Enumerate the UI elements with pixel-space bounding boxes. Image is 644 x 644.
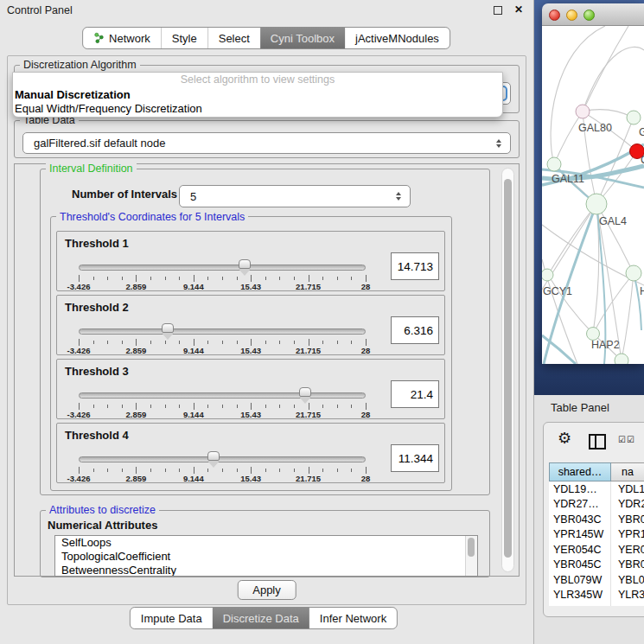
slider-tick bbox=[322, 405, 323, 408]
table-cell-shared-name[interactable]: YBR043C bbox=[549, 512, 611, 527]
tab-infer-network[interactable]: Infer Network bbox=[309, 608, 397, 628]
table-cell-shared-name[interactable]: YER054C bbox=[549, 542, 611, 558]
threshold-value-field[interactable]: 6.316 bbox=[391, 316, 439, 344]
threshold-slider[interactable] bbox=[79, 451, 366, 469]
tab-style[interactable]: Style bbox=[161, 28, 207, 48]
table-cell-shared-name[interactable]: YPR145W bbox=[549, 527, 611, 543]
table-row[interactable]: YPR145WYPR1 bbox=[549, 527, 644, 543]
slider-tick bbox=[150, 341, 151, 344]
slider-tick bbox=[222, 341, 223, 344]
table-cell-name[interactable]: YDR2 bbox=[611, 497, 644, 513]
slider-tick bbox=[251, 467, 252, 474]
numerical-attribute-item[interactable]: TopologicalCoefficient bbox=[55, 550, 477, 564]
zoom-window-icon[interactable] bbox=[583, 10, 595, 21]
table-row[interactable]: YLR345WYLR3 bbox=[549, 588, 644, 603]
close-window-icon[interactable] bbox=[549, 10, 560, 21]
table-cell-name[interactable]: YPR1 bbox=[611, 527, 644, 543]
table-row[interactable]: YBR045CYBR0 bbox=[549, 558, 644, 573]
table-row[interactable]: YIL052CYIL0 bbox=[549, 603, 644, 606]
threshold-value-field[interactable]: 21.4 bbox=[391, 380, 439, 408]
table-row[interactable]: YDL19…YDL1 bbox=[549, 481, 644, 497]
slider-track[interactable] bbox=[79, 265, 366, 271]
slider-tick-labels: -3.4262.8599.14415.4321.71528 bbox=[79, 474, 366, 482]
column-header-name[interactable]: na bbox=[611, 462, 644, 481]
table-cell-name[interactable]: YER0 bbox=[611, 542, 644, 558]
table-cell-name[interactable]: YBL0 bbox=[611, 572, 644, 588]
network-node[interactable] bbox=[626, 265, 641, 281]
slider-tick bbox=[136, 275, 137, 282]
dropdown-prompt-item[interactable]: Select algorithm to view settings bbox=[13, 73, 502, 88]
close-panel-icon[interactable]: ✕ bbox=[514, 3, 523, 16]
network-node[interactable] bbox=[576, 105, 590, 118]
scrollbar-thumb[interactable] bbox=[504, 179, 512, 558]
threshold-value-field[interactable]: 14.713 bbox=[391, 252, 439, 280]
slider-tick bbox=[265, 341, 266, 344]
slider-track[interactable] bbox=[79, 392, 366, 399]
numerical-attributes-list[interactable]: SelfLoopsTopologicalCoefficientBetweenne… bbox=[54, 535, 478, 577]
table-data-dropdown[interactable]: galFiltered.sif default node bbox=[22, 132, 511, 154]
table-cell-shared-name[interactable]: YLR345W bbox=[549, 588, 611, 603]
table-cell-name[interactable]: YLR3 bbox=[611, 588, 644, 603]
float-window-icon[interactable] bbox=[494, 6, 502, 15]
table-cell-name[interactable]: YBR0 bbox=[611, 512, 644, 527]
table-cell-shared-name[interactable]: YBL079W bbox=[549, 572, 611, 588]
tab-jactivemnodules[interactable]: jActiveMNodules bbox=[345, 28, 450, 48]
slider-tick bbox=[337, 405, 338, 408]
threshold-panel: Threshold 1 -3.4262.8599.14415.4321.7152… bbox=[56, 231, 445, 291]
threshold-slider[interactable] bbox=[79, 259, 366, 277]
network-node[interactable] bbox=[615, 354, 628, 364]
dropdown-option-equal-width-frequency[interactable]: Equal Width/Frequency Discretization bbox=[13, 102, 502, 116]
apply-button[interactable]: Apply bbox=[237, 580, 296, 600]
slider-thumb[interactable] bbox=[239, 259, 251, 269]
table-cell-shared-name[interactable]: YDR27… bbox=[549, 497, 611, 513]
number-of-intervals-dropdown[interactable]: 5 bbox=[179, 185, 411, 207]
network-node[interactable] bbox=[542, 269, 553, 281]
table-row[interactable]: YDR27…YDR2 bbox=[549, 497, 644, 513]
table-data-value: galFiltered.sif default node bbox=[34, 137, 165, 150]
table-row[interactable]: YBL079WYBL0 bbox=[549, 572, 644, 588]
tab-discretize-data[interactable]: Discretize Data bbox=[213, 608, 309, 628]
dropdown-option-manual-discretization[interactable]: Manual Discretization bbox=[13, 88, 502, 102]
slider-tick bbox=[309, 403, 309, 410]
minimize-window-icon[interactable] bbox=[566, 10, 577, 21]
panel-scrollbar[interactable] bbox=[501, 168, 514, 572]
table-cell-shared-name[interactable]: YDL19… bbox=[549, 481, 611, 497]
slider-tick bbox=[337, 469, 338, 472]
table-cell-name[interactable]: YIL0 bbox=[611, 603, 644, 606]
network-node[interactable] bbox=[627, 111, 641, 124]
slider-track[interactable] bbox=[79, 456, 366, 462]
table-row[interactable]: YER054CYER0 bbox=[549, 542, 644, 558]
threshold-slider[interactable] bbox=[79, 387, 366, 405]
table-cell-name[interactable]: YBR0 bbox=[611, 558, 644, 573]
table-header-row: shared… na bbox=[549, 462, 644, 481]
slider-track[interactable] bbox=[79, 328, 366, 335]
network-node[interactable] bbox=[547, 157, 561, 171]
gear-icon[interactable]: ⚙ bbox=[558, 429, 571, 448]
split-columns-icon[interactable] bbox=[589, 434, 606, 450]
network-canvas[interactable]: GAL80GACGAL11GAL4GCY1HHAP2 bbox=[542, 26, 644, 364]
tab-select[interactable]: Select bbox=[207, 28, 260, 48]
column-header-shared-name[interactable]: shared… bbox=[549, 462, 611, 481]
slider-thumb[interactable] bbox=[162, 323, 174, 333]
tab-impute-data[interactable]: Impute Data bbox=[131, 608, 213, 628]
tab-cyni-toolbox[interactable]: Cyni Toolbox bbox=[260, 28, 345, 48]
slider-tick bbox=[165, 469, 166, 472]
slider-tick bbox=[351, 405, 352, 408]
select-columns-icon[interactable]: ☑☑ bbox=[618, 435, 635, 444]
table-cell-shared-name[interactable]: YIL052C bbox=[549, 603, 611, 606]
table-row[interactable]: YBR043CYBR0 bbox=[549, 512, 644, 527]
tab-network[interactable]: Network bbox=[83, 28, 161, 48]
network-node[interactable] bbox=[586, 194, 607, 214]
slider-thumb[interactable] bbox=[207, 451, 220, 461]
scrollbar-thumb[interactable] bbox=[468, 538, 475, 557]
table-cell-name[interactable]: YDL1 bbox=[611, 481, 644, 497]
threshold-value-field[interactable]: 11.344 bbox=[391, 444, 439, 472]
threshold-slider[interactable] bbox=[79, 323, 366, 341]
slider-tick bbox=[207, 341, 208, 344]
slider-thumb[interactable] bbox=[299, 387, 311, 397]
table-data-group: Table Data galFiltered.sif default node bbox=[14, 120, 520, 158]
numerical-attribute-item[interactable]: BetweennessCentrality bbox=[55, 564, 477, 577]
table-cell-shared-name[interactable]: YBR045C bbox=[549, 558, 611, 573]
numerical-attribute-item[interactable]: SelfLoops bbox=[55, 536, 477, 550]
list-scrollbar[interactable] bbox=[465, 536, 477, 576]
